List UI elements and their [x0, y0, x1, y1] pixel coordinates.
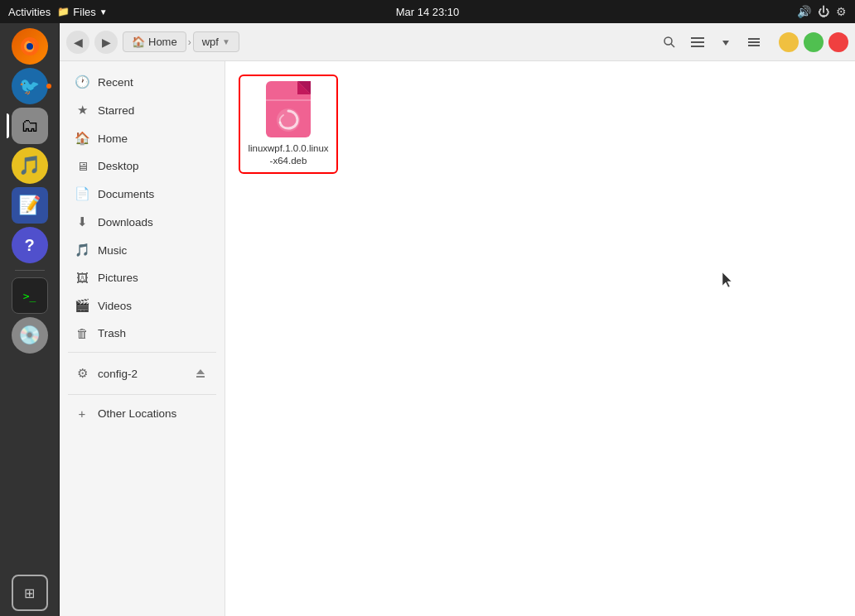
sort-icon	[719, 36, 732, 49]
home-sidebar-icon: 🏠	[75, 131, 89, 146]
deb-file-icon	[262, 81, 315, 137]
documents-icon: 📄	[75, 186, 89, 201]
sidebar-item-other-locations[interactable]: + Other Locations	[63, 401, 221, 426]
sidebar-item-recent[interactable]: 🕐 Recent	[63, 69, 221, 95]
sidebar-separator-2	[68, 394, 216, 395]
hamburger-icon	[747, 36, 761, 49]
sidebar-item-home[interactable]: 🏠 Home	[63, 125, 221, 152]
trash-label: Trash	[98, 327, 126, 339]
close-button[interactable]: ✕	[828, 32, 848, 52]
file-grid: linuxwpf.1.0.0.linux-x64.deb	[239, 75, 842, 174]
back-button[interactable]: ◀	[66, 31, 89, 54]
sidebar-item-pictures[interactable]: 🖼 Pictures	[63, 265, 221, 291]
breadcrumb-current[interactable]: wpf ▼	[193, 31, 239, 52]
pictures-icon: 🖼	[75, 271, 89, 285]
svg-rect-13	[196, 376, 205, 378]
list-view-icon	[691, 36, 704, 49]
dock-item-files[interactable]: 🗂	[12, 108, 48, 144]
mouse-cursor	[722, 272, 732, 287]
maximize-button[interactable]: □	[804, 32, 824, 52]
sidebar-item-videos[interactable]: 🎬 Videos	[63, 292, 221, 319]
svg-marker-8	[722, 41, 729, 46]
music-icon: 🎵	[75, 243, 89, 257]
downloads-icon: ⬇	[75, 214, 89, 229]
view-toggle-button[interactable]	[686, 31, 709, 54]
dock-separator	[15, 270, 45, 271]
sidebar-item-starred[interactable]: ★ Starred	[63, 97, 221, 123]
svg-rect-11	[748, 45, 760, 46]
forward-button[interactable]: ▶	[94, 31, 118, 54]
search-button[interactable]	[658, 31, 681, 54]
recent-label: Recent	[98, 76, 133, 89]
home-label: Home	[98, 132, 128, 145]
dock-item-thunderbird[interactable]: 🐦	[12, 68, 48, 104]
terminal-icon: >_	[23, 290, 36, 302]
window-titlebar: ◀ ▶ 🏠 Home › wpf ▼	[60, 23, 855, 61]
application-dock: 🐦 🗂 🎵 📝 ? >_ 💿 ⊞	[0, 23, 60, 616]
menu-button[interactable]	[742, 31, 766, 54]
sidebar-item-trash[interactable]: 🗑 Trash	[63, 320, 221, 346]
videos-label: Videos	[98, 300, 132, 312]
dock-item-help[interactable]: ?	[12, 227, 48, 263]
minimize-button[interactable]: ─	[779, 32, 799, 52]
optical-icon: 💿	[18, 325, 41, 346]
svg-rect-6	[691, 41, 704, 43]
drive-info: ⚙ config-2	[75, 366, 138, 381]
rhythmbox-icon: 🎵	[18, 155, 41, 176]
recent-icon: 🕐	[75, 75, 89, 89]
sidebar-item-desktop[interactable]: 🖥 Desktop	[63, 153, 221, 179]
desktop-icon: 🖥	[75, 159, 89, 173]
dock-item-rhythmbox[interactable]: 🎵	[12, 147, 48, 184]
dock-item-optical[interactable]: 💿	[12, 317, 48, 354]
breadcrumb-home[interactable]: 🏠 Home	[123, 31, 186, 52]
dock-item-terminal[interactable]: >_	[12, 277, 48, 314]
dock-show-apps[interactable]: ⊞	[12, 575, 48, 611]
file-area[interactable]: linuxwpf.1.0.0.linux-x64.deb	[225, 61, 855, 616]
activities-label[interactable]: Activities	[8, 6, 51, 18]
starred-label: Starred	[98, 104, 134, 117]
sidebar-item-downloads[interactable]: ⬇ Downloads	[63, 209, 221, 235]
drive-label: config-2	[98, 368, 138, 380]
sound-icon[interactable]: 🔊	[797, 5, 811, 18]
firefox-icon	[18, 35, 41, 58]
svg-marker-12	[196, 369, 205, 374]
breadcrumb: 🏠 Home › wpf ▼	[123, 31, 239, 52]
eject-button[interactable]	[191, 364, 210, 383]
sidebar-item-config-drive[interactable]: ⚙ config-2	[63, 359, 221, 388]
settings-icon[interactable]: ⚙	[836, 5, 847, 18]
svg-point-2	[27, 43, 33, 50]
pictures-label: Pictures	[98, 272, 138, 284]
music-label: Music	[98, 244, 127, 257]
svg-rect-9	[748, 38, 760, 40]
documents-label: Documents	[98, 188, 154, 200]
videos-icon: 🎬	[75, 298, 89, 313]
svg-rect-17	[266, 99, 311, 101]
apps-grid-icon: ⊞	[24, 585, 35, 601]
files-icon: 🗂	[21, 115, 39, 137]
other-locations-label: Other Locations	[98, 407, 176, 420]
sidebar-item-documents[interactable]: 📄 Documents	[63, 180, 221, 207]
power-icon[interactable]: ⏻	[818, 5, 829, 18]
sidebar: 🕐 Recent ★ Starred 🏠 Home 🖥 Desktop	[60, 61, 225, 616]
dock-item-firefox[interactable]	[12, 28, 48, 65]
dock-item-writer[interactable]: 📝	[12, 187, 48, 224]
trash-icon: 🗑	[75, 326, 89, 340]
svg-point-3	[664, 37, 672, 45]
other-locations-icon: +	[75, 407, 89, 421]
sort-button[interactable]	[714, 31, 737, 54]
search-icon	[663, 36, 676, 49]
sidebar-item-music[interactable]: 🎵 Music	[63, 237, 221, 263]
sidebar-separator	[68, 352, 216, 353]
starred-icon: ★	[75, 103, 89, 118]
content-area: 🕐 Recent ★ Starred 🏠 Home 🖥 Desktop	[60, 61, 855, 616]
titlebar-actions	[658, 31, 766, 54]
file-name: linuxwpf.1.0.0.linux-x64.deb	[247, 142, 330, 167]
thunderbird-icon: 🐦	[19, 76, 40, 96]
svg-rect-10	[748, 41, 760, 43]
system-clock: Mar 14 23:10	[396, 6, 460, 18]
file-item-linuxwpf-deb[interactable]: linuxwpf.1.0.0.linux-x64.deb	[239, 75, 338, 174]
help-icon: ?	[24, 236, 34, 255]
files-menu[interactable]: 📁 Files ▼	[57, 6, 107, 18]
downloads-label: Downloads	[98, 216, 153, 229]
home-icon: 🏠	[132, 36, 145, 48]
